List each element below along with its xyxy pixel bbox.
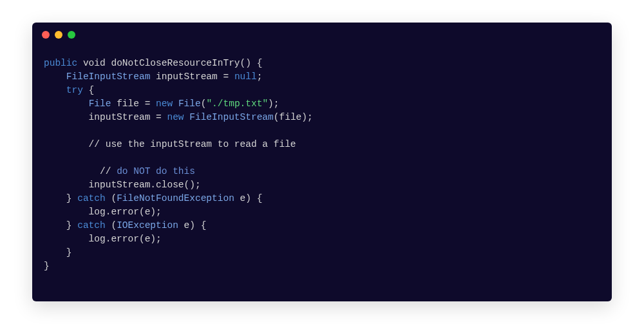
code-token: e) { bbox=[178, 220, 207, 231]
code-token: catch bbox=[77, 220, 106, 231]
code-token: ); bbox=[268, 99, 279, 109]
code-token: do NOT do this bbox=[117, 166, 195, 176]
code-token: // bbox=[44, 166, 117, 176]
code-token: void doNotCloseResourceInTry() { bbox=[77, 58, 262, 68]
code-window: public void doNotCloseResourceInTry() { … bbox=[32, 23, 612, 301]
code-token bbox=[44, 126, 50, 136]
code-token: log.error(e); bbox=[44, 234, 162, 244]
code-token: File bbox=[178, 99, 201, 109]
code-token: } bbox=[44, 261, 50, 271]
code-token bbox=[44, 71, 66, 82]
code-content: public void doNotCloseResourceInTry() { … bbox=[44, 57, 611, 273]
code-token: } bbox=[44, 220, 77, 231]
code-token: try bbox=[66, 85, 83, 95]
code-token: inputStream = bbox=[44, 112, 167, 122]
code-token: ( bbox=[106, 193, 117, 203]
code-token: catch bbox=[77, 193, 106, 203]
code-token: File bbox=[89, 99, 111, 109]
code-token: } bbox=[44, 247, 72, 258]
code-token: FileNotFoundException bbox=[117, 193, 234, 203]
code-token: log.error(e); bbox=[44, 207, 162, 217]
code-token: inputStream = bbox=[150, 71, 234, 82]
titlebar bbox=[32, 23, 612, 47]
code-token: // use the inputStream to read a file bbox=[44, 139, 296, 149]
code-token: IOException bbox=[117, 220, 178, 231]
code-token bbox=[44, 153, 50, 163]
code-token: "./tmp.txt" bbox=[206, 99, 268, 109]
code-token: new bbox=[167, 112, 184, 122]
zoom-icon[interactable] bbox=[68, 31, 75, 39]
code-token: { bbox=[83, 85, 94, 95]
close-icon[interactable] bbox=[42, 31, 50, 39]
code-token: inputStream.close(); bbox=[44, 180, 201, 190]
code-token: public bbox=[44, 58, 77, 68]
code-token bbox=[184, 112, 190, 122]
code-token: (file); bbox=[274, 112, 313, 122]
minimize-icon[interactable] bbox=[55, 31, 62, 39]
code-token: ; bbox=[257, 71, 263, 82]
code-token: e) { bbox=[234, 193, 263, 203]
code-token: file = bbox=[111, 99, 156, 109]
code-token bbox=[44, 85, 66, 95]
code-token: null bbox=[234, 71, 257, 82]
code-token bbox=[173, 99, 178, 109]
code-token bbox=[44, 99, 89, 109]
code-token: FileInputStream bbox=[189, 112, 274, 122]
code-token: FileInputStream bbox=[66, 71, 151, 82]
code-token: } bbox=[44, 193, 77, 203]
code-editor[interactable]: public void doNotCloseResourceInTry() { … bbox=[32, 47, 612, 301]
code-token: ( bbox=[106, 220, 117, 231]
code-token: new bbox=[156, 99, 173, 109]
